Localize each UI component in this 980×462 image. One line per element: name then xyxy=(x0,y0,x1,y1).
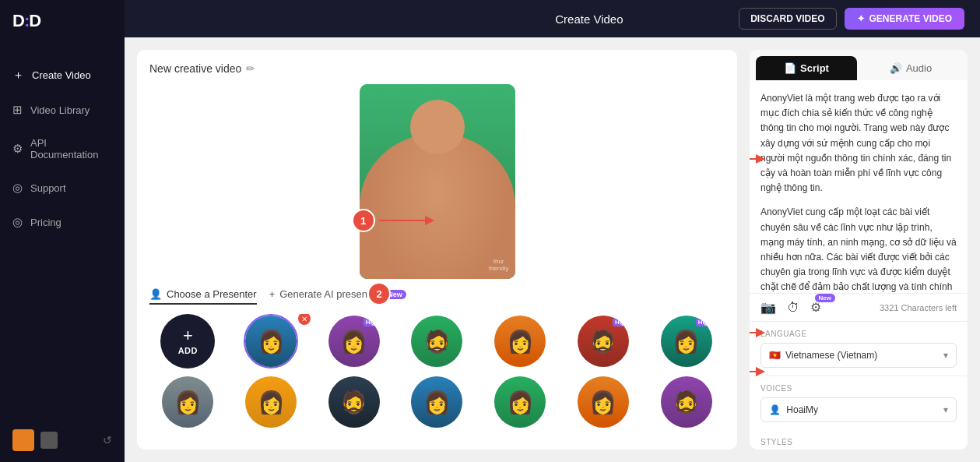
chevron-down-icon: ▾ xyxy=(943,350,948,361)
tab-audio[interactable]: 🔊 Audio xyxy=(860,56,961,80)
add-button[interactable]: + ADD xyxy=(160,314,215,369)
sidebar-item-create-video[interactable]: ＋ Create Video xyxy=(0,58,125,93)
presenter-item[interactable]: 👩 HQ xyxy=(648,314,725,369)
presenters-grid-row2: 👩 👩 🧔 👩 xyxy=(149,375,725,429)
avatar-face: 👩 xyxy=(578,376,629,428)
sidebar-item-api-docs[interactable]: ⚙ API Documentation xyxy=(0,127,125,171)
arrow-5 xyxy=(750,364,765,379)
presenter-item[interactable]: 🧔 xyxy=(399,314,476,369)
sidebar-item-label: Pricing xyxy=(30,217,61,228)
sidebar-item-label: Video Library xyxy=(30,104,90,116)
discard-video-button[interactable]: DISCARD VIDEO xyxy=(739,8,836,30)
nav-items: ＋ Create Video ⊞ Video Library ⚙ API Doc… xyxy=(0,58,125,418)
panel-tab-group: 📄 Script 🔊 Audio xyxy=(750,50,968,80)
add-label: ADD xyxy=(178,346,198,355)
sidebar-item-video-library[interactable]: ⊞ Video Library xyxy=(0,93,125,127)
support-icon: ◎ xyxy=(12,181,23,195)
presenter-tabs: 👤 Choose a Presenter + Generate AI prese… xyxy=(149,288,725,305)
presenters-grid-row1: + ADD 👩 ✕ 👩 HQ xyxy=(149,314,725,369)
page-title: Create Video xyxy=(440,12,739,26)
avatar-face: 🧔 xyxy=(411,316,462,367)
timer-icon[interactable]: ⏱ xyxy=(787,301,799,315)
video-title-row: New creative video ✏ xyxy=(149,62,725,75)
api-icon: ⚙ xyxy=(12,142,23,156)
voice-person-icon: 👤 xyxy=(769,404,781,415)
person-icon: 👤 xyxy=(149,288,162,300)
script-icon: 📄 xyxy=(784,62,796,74)
sidebar-bottom: ↺ xyxy=(0,418,125,462)
watermark-text: thurfriendly xyxy=(489,258,509,273)
left-panel: New creative video ✏ thurfriendly xyxy=(137,50,737,450)
arrow-4 xyxy=(750,325,765,340)
user-avatar xyxy=(12,429,34,451)
presenter-item[interactable]: 👩 xyxy=(399,375,476,429)
avatar-face: 👩 xyxy=(411,376,462,428)
presenter-item[interactable]: 🧔 xyxy=(648,375,725,429)
edit-icon[interactable]: ✏ xyxy=(246,62,255,75)
remove-presenter-icon[interactable]: ✕ xyxy=(298,314,311,325)
header-actions: DISCARD VIDEO ✦ GENERATE VIDEO xyxy=(739,8,964,30)
logo: D:D xyxy=(12,11,112,31)
presenter-item[interactable]: 👩 xyxy=(149,375,227,429)
sidebar-item-support[interactable]: ◎ Support xyxy=(0,171,125,205)
avatar-face: 👩 xyxy=(245,316,297,367)
panel-icons-row: 📷 ⏱ ⚙ New 3321 Characters left xyxy=(750,293,968,321)
flag-icon: 🇻🇳 xyxy=(769,350,781,361)
presenter-item[interactable]: 👩 xyxy=(482,314,559,369)
tab-script[interactable]: 📄 Script xyxy=(756,56,857,80)
avatar-face: 🧔 xyxy=(661,376,712,428)
presenter-item[interactable]: 👩 xyxy=(482,375,559,429)
generate-video-button[interactable]: ✦ GENERATE VIDEO xyxy=(845,8,964,30)
annotation-2: 2 xyxy=(367,282,391,305)
presenter-item[interactable]: 🧔 xyxy=(315,375,392,429)
language-field: Language 🇻🇳Vietnamese (Vietnam) ▾ xyxy=(750,321,968,376)
styles-label: Styles xyxy=(750,430,968,450)
content-area: New creative video ✏ thurfriendly xyxy=(125,37,980,462)
refresh-icon[interactable]: ↺ xyxy=(103,434,112,446)
plus-icon: ＋ xyxy=(12,68,24,83)
hq-badge: HQ xyxy=(364,318,378,326)
audio-icon: 🔊 xyxy=(890,62,902,74)
avatar-face: 👩 xyxy=(245,376,297,428)
chars-left: 3321 Characters left xyxy=(880,303,957,312)
avatar-face: 👩 xyxy=(494,376,546,428)
user-avatar2 xyxy=(40,432,58,449)
hq-badge: HQ xyxy=(696,318,710,326)
sidebar-item-label: Create Video xyxy=(32,69,91,81)
right-panel: 📄 Script 🔊 Audio AnonyViet là một trang … xyxy=(750,50,968,450)
presenter-item[interactable]: 🧔 HQ xyxy=(565,314,642,369)
script-text-area[interactable]: AnonyViet là một trang web được tạo ra v… xyxy=(750,80,968,293)
logo-area: D:D xyxy=(0,0,125,42)
add-icon: + xyxy=(183,327,193,344)
presenter-add[interactable]: + ADD xyxy=(149,314,227,369)
presenter-item[interactable]: 👩 xyxy=(565,375,642,429)
arrow-3 xyxy=(750,151,765,167)
sidebar-item-pricing[interactable]: ◎ Pricing xyxy=(0,205,125,239)
video-preview: thurfriendly xyxy=(360,84,515,279)
avatar-face: 🧔 xyxy=(328,376,380,428)
grid-icon: ⊞ xyxy=(12,103,23,117)
presenter-item[interactable]: 👩 HQ xyxy=(315,314,392,369)
video-icon[interactable]: 📷 xyxy=(760,300,776,315)
settings-icon[interactable]: ⚙ xyxy=(810,301,821,314)
hq-badge: HQ xyxy=(613,318,627,326)
arrow-1 xyxy=(375,205,437,236)
avatar-face: 👩 xyxy=(494,316,546,367)
header: Create Video DISCARD VIDEO ✦ GENERATE VI… xyxy=(125,0,980,37)
magic-icon: ✦ xyxy=(857,13,865,24)
presenter-item[interactable]: 👩 xyxy=(233,375,310,429)
chevron-down-icon: ▾ xyxy=(943,404,948,415)
sidebar-item-label: Support xyxy=(30,182,66,194)
avatar-face: 👩 xyxy=(162,376,213,428)
script-paragraph-2: AnonyViet cung cấp một loạt các bài viết… xyxy=(760,205,957,293)
annotation-1: 1 xyxy=(352,209,375,232)
plus-icon: + xyxy=(269,288,276,300)
tab-choose-presenter[interactable]: 👤 Choose a Presenter xyxy=(149,288,257,305)
pricing-icon: ◎ xyxy=(12,215,23,229)
language-select[interactable]: 🇻🇳Vietnamese (Vietnam) ▾ xyxy=(760,343,957,368)
video-title: New creative video xyxy=(149,62,241,75)
voices-select[interactable]: 👤 HoaiMy ▾ xyxy=(760,397,957,422)
voices-field: Voices 👤 HoaiMy ▾ xyxy=(750,376,968,430)
main-content: Create Video DISCARD VIDEO ✦ GENERATE VI… xyxy=(125,0,980,462)
presenter-item[interactable]: 👩 ✕ xyxy=(233,314,310,369)
